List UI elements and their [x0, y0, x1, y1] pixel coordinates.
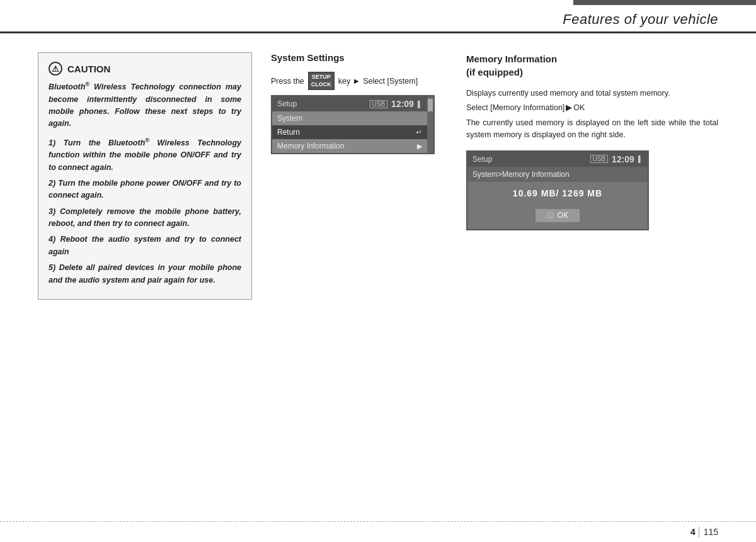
screen-back-icon: ↵: [416, 128, 422, 137]
page-number: 4 │ 115: [690, 527, 718, 537]
screen-label: Setup: [277, 99, 297, 108]
screen-header-row: Setup USB 12:09 ▌: [272, 96, 427, 111]
memory-info-section: Memory Information (if equipped) Display…: [466, 52, 718, 300]
mem-screen-ok-row: ⓘ OK: [467, 205, 648, 229]
select-arrow-icon: ▶: [566, 102, 572, 114]
mem-screen-label: Setup: [472, 155, 492, 164]
page-divider: │: [697, 527, 702, 537]
select-memory-text: Select [Memory Information]: [466, 102, 564, 114]
screen-system-label: System: [277, 114, 302, 123]
screen-system-row: System: [272, 111, 427, 125]
caution-label: CAUTION: [67, 64, 110, 74]
memory-title-line1: Memory Information: [466, 54, 557, 64]
btn-line1: SETUP: [311, 74, 331, 81]
btn-line2: CLOCK: [311, 81, 331, 89]
list-item: 4) Reboot the audio system and try to co…: [49, 234, 241, 258]
caution-list: 1) Turn the Bluetooth® Wireless Technolo…: [49, 137, 241, 286]
memory-select-line: Select [Memory Information] ▶ OK: [466, 102, 718, 114]
list-item: 1) Turn the Bluetooth® Wireless Technolo…: [49, 137, 241, 174]
screen-memory-label: Memory Information: [277, 142, 345, 150]
mem-screen-time: 12:09: [612, 154, 634, 164]
page-footer: 4 │ 115: [0, 521, 756, 542]
page-page-number: 115: [704, 527, 718, 537]
scroll-thumb: [428, 99, 433, 111]
breadcrumb-text: System>Memory Information: [472, 170, 570, 179]
screen-return-row: Return ↵: [272, 125, 427, 139]
caution-intro: Bluetooth® Wireless Technology connectio…: [49, 81, 241, 130]
header-accent-bar: [573, 0, 756, 5]
main-content: ⚠ CAUTION Bluetooth® Wireless Technology…: [0, 33, 756, 312]
screen-signal-icon: ▌: [418, 101, 422, 108]
memory-title-line2: (if equipped): [466, 67, 523, 77]
ok-button[interactable]: ⓘ OK: [535, 208, 580, 223]
memory-info-title: Memory Information (if equipped): [466, 52, 718, 79]
select-system-text: Select [System]: [363, 77, 418, 86]
list-item: 3) Completely remove the mobile phone ba…: [49, 206, 241, 230]
memory-desc2: The currently used memory is displayed o…: [466, 117, 718, 142]
scrollbar: [427, 96, 433, 153]
mem-screen-breadcrumb: System>Memory Information: [467, 167, 648, 182]
screen-usb-badge: USB: [370, 100, 388, 108]
system-settings-section: System Settings Press the SETUP CLOCK ke…: [271, 52, 447, 300]
key-text: key: [338, 77, 350, 86]
screen-with-scroll: Setup USB 12:09 ▌ System Retu: [272, 96, 433, 153]
setup-clock-button: SETUP CLOCK: [308, 72, 335, 90]
arrow-right-icon: ▶: [354, 77, 359, 84]
memory-desc1: Displays currently used memory and total…: [466, 88, 718, 99]
memory-screen-mockup: Setup USB 12:09 ▌ System>Memory Informat…: [466, 150, 649, 230]
press-text: Press the: [271, 77, 304, 86]
screen-arrow-icon: ▶: [417, 142, 422, 150]
ok-label: OK: [558, 211, 568, 220]
caution-icon: ⚠: [49, 62, 62, 76]
press-instruction: Press the SETUP CLOCK key ▶ Select [Syst…: [271, 72, 447, 90]
mem-screen-header: Setup USB 12:09 ▌: [467, 152, 648, 167]
caution-box: ⚠ CAUTION Bluetooth® Wireless Technology…: [38, 52, 252, 300]
system-screen-mockup: Setup USB 12:09 ▌ System Retu: [271, 95, 435, 154]
page-title: Features of your vehicle: [563, 11, 718, 28]
mem-screen-usb: USB: [590, 155, 609, 163]
screen-time: 12:09: [391, 99, 414, 109]
list-item: 2) Turn the mobile phone power ON/OFF an…: [49, 178, 241, 202]
caution-title: ⚠ CAUTION: [49, 62, 241, 76]
select-ok-text: OK: [573, 102, 585, 114]
mem-screen-value: 10.69 MB/ 1269 MB: [467, 182, 648, 205]
ok-info-icon: ⓘ: [547, 211, 554, 220]
screen-return-label: Return: [277, 128, 300, 137]
page-section-number: 4: [690, 527, 696, 537]
screen-rows: Setup USB 12:09 ▌ System Retu: [272, 96, 427, 153]
list-item: 5) Delete all paired devices in your mob…: [49, 262, 241, 286]
system-settings-title: System Settings: [271, 52, 447, 63]
screen-memory-row: Memory Information ▶: [272, 139, 427, 153]
mem-screen-signal-icon: ▌: [638, 155, 643, 162]
